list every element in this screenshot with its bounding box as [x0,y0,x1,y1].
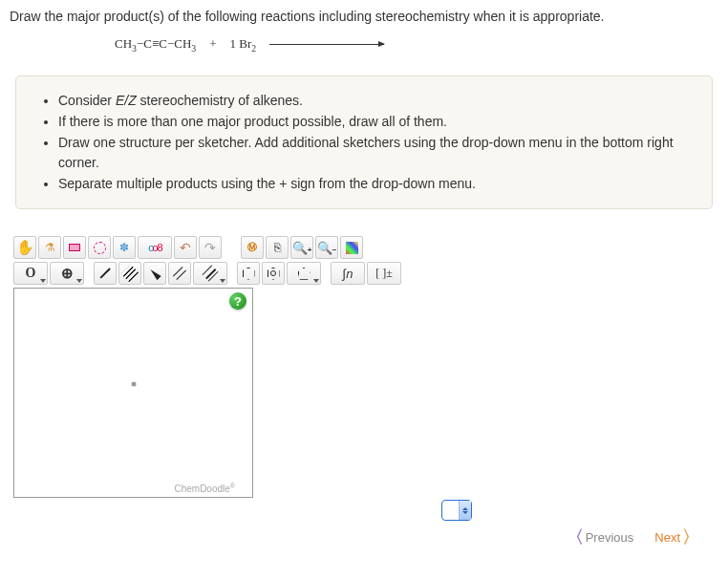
color-button[interactable] [340,236,363,259]
undo-icon: ↶ [180,240,191,255]
clean-button[interactable]: ✽ [113,236,136,259]
sketcher-count-stepper[interactable] [441,500,472,521]
lasso-icon [94,242,106,254]
dropdown-icon [76,279,82,283]
hint-item: If there is more than one major product … [58,112,695,132]
eraser-icon [69,244,80,251]
curved-arrow-icon: ∫n [343,267,353,281]
hexagon-icon [243,268,255,280]
benzene-button[interactable] [262,262,285,285]
stepper-display [442,501,459,520]
reactant-formula: CH3−C≡C−CH3 [115,36,196,54]
zoom-in-icon: 🔍+ [292,241,312,255]
atom-picker-button[interactable]: O [13,262,48,285]
flask-icon: ⚗ [45,241,55,254]
toolbar-row-2: O ⊕ ∫n [ ]± [13,262,718,285]
charge-picker-button[interactable]: ⊕ [50,262,84,285]
hint-item: Consider E/Z stereochemistry of alkenes. [58,91,695,111]
single-bond-icon [100,269,111,279]
zoom-out-button[interactable]: 🔍− [315,236,338,259]
next-label: Next [654,530,680,545]
toolbar-row-1: ✋ ⚗ ✽ oo·8 ↶ ↷ Ⓜ ⎘ 🔍+ 🔍− [13,236,718,259]
chevron-down-icon [462,511,468,514]
lasso-button[interactable] [88,236,111,259]
chemdoodle-brand: ChemDoodle® [174,483,235,494]
atom-label: O [26,266,36,281]
atom-pair-icon: oo·8 [148,242,161,253]
reagent-formula: 1 Br2 [230,36,257,54]
triple-bond-icon [203,266,219,282]
plus-sign: + [209,36,216,52]
sketcher-canvas[interactable]: ? ChemDoodle® [13,288,253,498]
hand-tool-button[interactable]: ✋ [13,236,36,259]
wedge-bond-icon [148,267,161,279]
hint-item: Separate multiple products using the + s… [58,174,695,194]
pentagon-icon [298,268,310,280]
redo-button[interactable]: ↷ [199,236,222,259]
ring-picker-button[interactable] [287,262,321,285]
placeholder-atom[interactable] [131,382,136,387]
marvin-button[interactable]: Ⓜ [241,236,264,259]
stepper-arrows[interactable] [459,501,471,520]
sketcher-widget: ✋ ⚗ ✽ oo·8 ↶ ↷ Ⓜ ⎘ 🔍+ 🔍− O ⊕ ∫n [ ]± ? C… [13,236,718,521]
curved-arrow-button[interactable]: ∫n [331,262,365,285]
hashed-bond-button[interactable] [118,262,141,285]
zoom-out-icon: 🔍− [317,241,337,255]
bracket-charge-button[interactable]: [ ]± [367,262,401,285]
nav-row: 〈 Previous Next 〉 [10,528,718,546]
eraser-button[interactable] [63,236,86,259]
hand-icon: ✋ [16,239,34,256]
previous-button[interactable]: 〈 Previous [567,528,634,546]
benzene-icon [268,268,280,280]
hint-box: Consider E/Z stereochemistry of alkenes.… [15,75,713,209]
atom-pair-button[interactable]: oo·8 [138,236,172,259]
chevron-up-icon [462,507,468,510]
double-bond-button[interactable] [168,262,191,285]
dropdown-icon [313,279,319,283]
dropdown-icon [220,279,225,283]
question-text: Draw the major product(s) of the followi… [10,8,718,27]
hashed-bond-icon [121,265,139,282]
reaction-equation: CH3−C≡C−CH3 + 1 Br2 [115,36,718,54]
next-button[interactable]: Next 〉 [654,528,699,546]
marvin-icon: Ⓜ [247,241,257,254]
flask-button[interactable]: ⚗ [38,236,61,259]
snowflake-icon: ✽ [119,241,129,254]
copy-icon: ⎘ [274,241,281,254]
redo-icon: ↷ [204,240,216,255]
single-bond-button[interactable] [94,262,117,285]
undo-button[interactable]: ↶ [174,236,197,259]
double-bond-icon [173,267,186,280]
dropdown-icon [40,279,46,283]
wedge-bond-button[interactable] [143,262,166,285]
copy-button[interactable]: ⎘ [266,236,289,259]
help-button[interactable]: ? [229,292,246,310]
triple-bond-button[interactable] [193,262,227,285]
chevron-left-icon: 〈 [567,528,584,546]
previous-label: Previous [586,530,634,545]
hint-item: Draw one structure per sketcher. Add add… [58,133,695,173]
sketcher-bottom-controls [13,500,472,521]
bracket-icon: [ ]± [375,267,393,281]
chevron-right-icon: 〉 [682,528,699,546]
charge-icon: ⊕ [61,265,74,282]
cyclohexane-button[interactable] [237,262,260,285]
color-icon [346,242,358,254]
reaction-arrow [269,44,384,45]
zoom-in-button[interactable]: 🔍+ [290,236,313,259]
